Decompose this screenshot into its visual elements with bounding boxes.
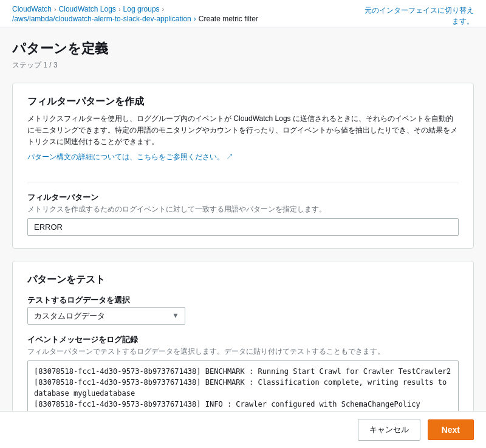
event-desc: フィルターパターンでテストするログデータを選択します。データに貼り付けてテストす… xyxy=(27,346,459,357)
log-data-label: テストするログデータを選択 xyxy=(27,295,459,306)
breadcrumb-log-groups[interactable]: Log groups xyxy=(123,5,160,13)
filter-card-title: フィルターパターンを作成 xyxy=(27,95,459,108)
next-button[interactable]: Next xyxy=(428,419,474,440)
page-title: パターンを定義 xyxy=(12,40,474,58)
log-data-select[interactable]: カスタムログデータ ログストリームを選択 xyxy=(27,307,185,325)
filter-pattern-desc: メトリクスを作成するためのログイベントに対して一致する用語やパターンを指定します… xyxy=(27,204,459,215)
breadcrumb-log-path[interactable]: /aws/lambda/cloudwatch-alerm-to-slack-de… xyxy=(12,15,191,23)
breadcrumb-cloudwatch-logs[interactable]: CloudWatch Logs xyxy=(59,5,116,13)
event-label: イベントメッセージをログ記録 xyxy=(27,334,459,345)
page-step: ステップ 1 / 3 xyxy=(12,60,474,71)
filter-pattern-input[interactable] xyxy=(27,218,459,236)
sep3: › xyxy=(162,5,165,13)
sep2: › xyxy=(118,5,121,13)
switch-interface-link[interactable]: 元のインターフェイスに切り替えます。 xyxy=(364,5,474,27)
filter-card-desc: メトリクスフィルターを使用し、ロググループ内のイベントが CloudWatch … xyxy=(27,113,459,148)
page-content: パターンを定義 ステップ 1 / 3 フィルターパターンを作成 メトリクスフィル… xyxy=(0,27,486,448)
divider1 xyxy=(27,182,459,182)
sep1: › xyxy=(54,5,56,13)
breadcrumb-current: Create metric filter xyxy=(199,15,258,23)
test-card-title: パターンをテスト xyxy=(27,274,459,286)
breadcrumb-cloudwatch[interactable]: CloudWatch xyxy=(12,5,52,13)
filter-card: フィルターパターンを作成 メトリクスフィルターを使用し、ロググループ内のイベント… xyxy=(12,83,474,249)
cancel-button[interactable]: キャンセル xyxy=(358,419,420,441)
filter-pattern-label: フィルターパターン xyxy=(27,192,459,203)
filter-pattern-link[interactable]: パターン構文の詳細については、こちらをご参照ください。 ↗ xyxy=(27,152,233,162)
log-data-select-wrapper: カスタムログデータ ログストリームを選択 ▼ xyxy=(27,307,185,325)
bottom-bar: キャンセル Next xyxy=(0,411,486,448)
sep4: › xyxy=(194,15,196,23)
